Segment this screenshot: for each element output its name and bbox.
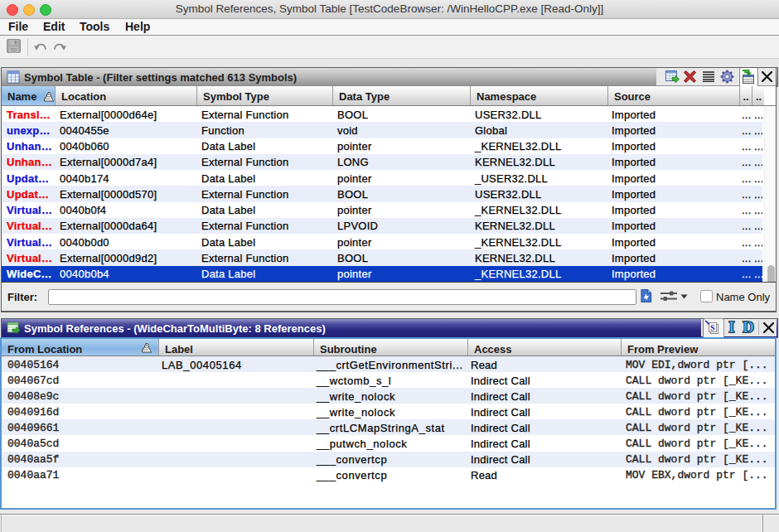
svg-text:D: D [743,319,754,336]
svg-text:I: I [728,319,734,336]
svg-text:S: S [710,323,715,332]
